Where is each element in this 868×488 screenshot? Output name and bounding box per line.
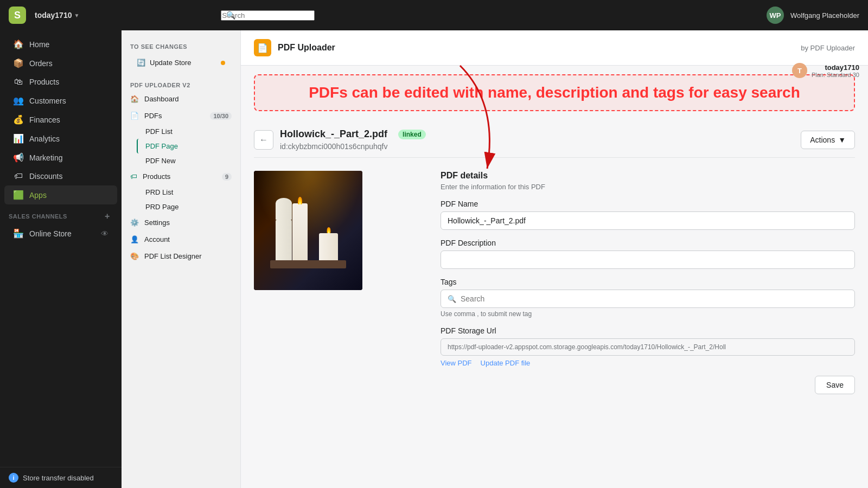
pdf-description-input[interactable] xyxy=(441,251,855,269)
plan-avatar: T xyxy=(792,63,807,78)
candle-image xyxy=(254,171,362,290)
app-header-title: PDF Uploader xyxy=(278,43,335,53)
app-nav-prd-list[interactable]: PRD List xyxy=(137,185,240,200)
app-nav-pdf-new[interactable]: PDF New xyxy=(137,153,240,168)
sidebar-item-marketing[interactable]: 📢 Marketing xyxy=(4,148,117,167)
tags-search-input[interactable] xyxy=(461,294,848,303)
annotation-text: PDFs can be edited with name, descriptio… xyxy=(268,84,841,101)
search-bar: 🔍 xyxy=(221,10,492,21)
pdf-file-info: Hollowick_-_Part_2.pdf linked id:ckybzbm… xyxy=(280,129,426,151)
pdf-links: View PDF Update PDF file xyxy=(441,359,855,367)
app-nav-pdfs[interactable]: 📄 PDFs 10/30 xyxy=(122,107,240,124)
tags-hint: Use comma , to submit new tag xyxy=(441,310,855,318)
section-title: PDF details xyxy=(441,171,855,181)
orders-icon: 📦 xyxy=(13,58,24,68)
customers-icon: 👥 xyxy=(13,95,24,106)
sidebar-item-apps[interactable]: 🟩 Apps xyxy=(4,185,117,204)
top-nav: S today1710 ▼ 🔍 WP Wolfgang Placeholder xyxy=(0,0,868,30)
save-row: Save xyxy=(441,376,855,394)
pdfs-badge: 10/30 xyxy=(210,112,232,120)
pdf-filename: Hollowick_-_Part_2.pdf xyxy=(280,129,387,140)
avatar: WP xyxy=(767,7,784,24)
store-name[interactable]: today1710 ▼ xyxy=(35,11,79,20)
app-nav-settings[interactable]: ⚙️ Settings xyxy=(122,214,240,231)
eye-icon[interactable]: 👁 xyxy=(101,229,108,238)
pdf-storage-url-group: PDF Storage Url View PDF Update PDF file xyxy=(441,326,855,367)
plan-user: today1710 xyxy=(812,63,859,72)
shopify-logo: S xyxy=(9,7,26,24)
pdf-details-header: PDF details Enter the information for th… xyxy=(441,171,855,191)
sidebar-item-home[interactable]: 🏠 Home xyxy=(4,35,117,54)
finances-icon: 💰 xyxy=(13,114,24,125)
two-col: PDF details Enter the information for th… xyxy=(254,171,855,394)
marketing-icon: 📢 xyxy=(13,152,24,163)
view-pdf-link[interactable]: View PDF xyxy=(441,359,472,367)
save-button[interactable]: Save xyxy=(815,376,855,394)
back-button[interactable]: ← xyxy=(254,130,273,150)
app-panel: TO SEE CHANGES 🔄 Update Store PDF UPLOAD… xyxy=(122,30,241,488)
annotation-banner: PDFs can be edited with name, descriptio… xyxy=(254,74,855,111)
nav-right: WP Wolfgang Placeholder xyxy=(767,7,859,24)
dashboard-icon: 🏠 xyxy=(130,95,139,103)
app-panel-to-see-changes: TO SEE CHANGES 🔄 Update Store xyxy=(122,39,240,75)
sidebar-item-finances[interactable]: 💰 Finances xyxy=(4,110,117,129)
tags-search-icon: 🔍 xyxy=(448,295,456,303)
pdf-tags-group: Tags 🔍 Use comma , to submit new tag xyxy=(441,278,855,318)
user-name: Wolfgang Placeholder xyxy=(790,11,859,20)
app-nav-prd-page[interactable]: PRD Page xyxy=(137,200,240,214)
store-transfer-banner: i Store transfer disabled xyxy=(0,467,122,488)
candle-group xyxy=(270,182,346,279)
search-icon: 🔍 xyxy=(226,11,235,20)
app-header: 📄 PDF Uploader by PDF Uploader xyxy=(241,30,868,66)
sidebar-item-orders[interactable]: 📦 Orders xyxy=(4,54,117,73)
app-header-by: by PDF Uploader xyxy=(801,44,855,52)
discounts-icon: 🏷 xyxy=(13,171,24,181)
sidebar-item-analytics[interactable]: 📊 Analytics xyxy=(4,129,117,148)
actions-button[interactable]: Actions ▼ xyxy=(801,131,855,149)
app-nav-account[interactable]: 👤 Account xyxy=(122,231,240,248)
sidebar-item-discounts[interactable]: 🏷 Discounts xyxy=(4,167,117,185)
pdf-name-input[interactable] xyxy=(441,211,855,230)
pdf-storage-url-label: PDF Storage Url xyxy=(441,326,855,335)
pdf-top-left: ← Hollowick_-_Part_2.pdf linked id:ckybz… xyxy=(254,129,426,151)
section-subtitle: Enter the information for this PDF xyxy=(441,183,855,191)
pdf-tags-label: Tags xyxy=(441,278,855,286)
main-content: TO SEE CHANGES 🔄 Update Store PDF UPLOAD… xyxy=(122,30,868,488)
products-app-icon: 🏷 xyxy=(130,172,137,181)
info-icon: i xyxy=(9,473,18,483)
products-icon: 🛍 xyxy=(13,77,24,87)
right-col: PDF details Enter the information for th… xyxy=(441,171,855,394)
app-nav-pdf-list-designer[interactable]: 🎨 PDF List Designer xyxy=(122,248,240,265)
app-logo: 📄 xyxy=(254,39,271,56)
analytics-icon: 📊 xyxy=(13,133,24,144)
update-store-icon: 🔄 xyxy=(137,59,145,67)
app-nav-pdf-list[interactable]: PDF List xyxy=(137,124,240,139)
home-icon: 🏠 xyxy=(13,39,24,49)
pdf-storage-url-input[interactable] xyxy=(441,338,855,356)
app-nav-dashboard[interactable]: 🏠 Dashboard xyxy=(122,91,240,107)
pdf-page-content: ← Hollowick_-_Part_2.pdf linked id:ckybz… xyxy=(241,120,868,407)
pdf-name-group: PDF Name xyxy=(441,200,855,230)
pdf-description-group: PDF Description xyxy=(441,239,855,269)
settings-app-icon: ⚙️ xyxy=(130,219,139,227)
sales-channels-section: SALES CHANNELS + xyxy=(0,204,122,224)
account-icon: 👤 xyxy=(130,235,139,243)
content-area: 📄 PDF Uploader by PDF Uploader T today17… xyxy=(241,30,868,488)
products-badge: 9 xyxy=(222,173,232,181)
sidebar-item-products[interactable]: 🛍 Products xyxy=(4,73,117,91)
pdfs-icon: 📄 xyxy=(130,112,139,120)
app-nav-products[interactable]: 🏷 Products 9 xyxy=(122,168,240,185)
online-store-icon: 🏪 xyxy=(13,228,24,239)
sidebar-item-online-store[interactable]: 🏪 Online Store 👁 xyxy=(4,224,117,243)
pdf-description-label: PDF Description xyxy=(441,239,855,247)
update-pdf-link[interactable]: Update PDF file xyxy=(481,359,531,367)
tags-search-wrapper: 🔍 xyxy=(441,290,855,308)
pdf-id: id:ckybzbmci000h01s6cnpuhqfv xyxy=(280,142,426,151)
add-sales-channel-button[interactable]: + xyxy=(102,211,113,222)
chevron-down-icon: ▼ xyxy=(838,136,846,144)
store-name-text: today1710 xyxy=(35,11,72,20)
update-store-button[interactable]: 🔄 Update Store xyxy=(130,54,232,71)
sidebar-item-customers[interactable]: 👥 Customers xyxy=(4,91,117,110)
plan-info: T today1710 Plan: Standard 30 xyxy=(792,63,859,78)
app-nav-pdf-page[interactable]: PDF Page xyxy=(137,139,240,153)
